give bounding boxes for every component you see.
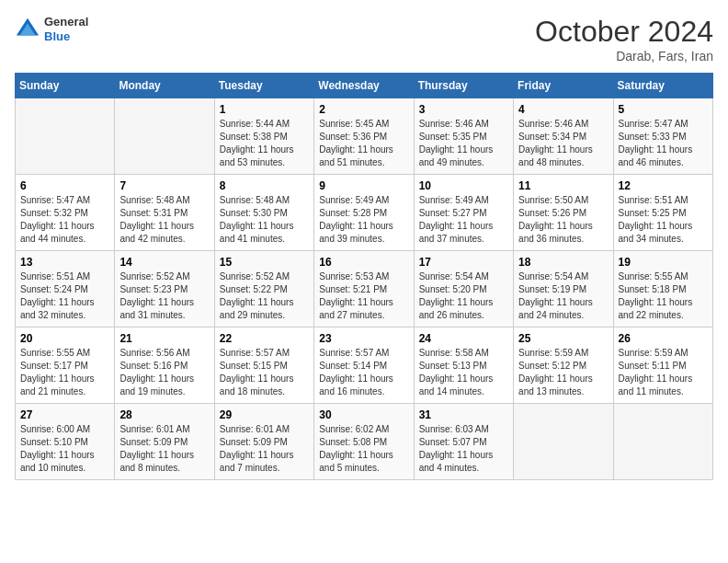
day-info: Sunrise: 5:47 AM Sunset: 5:32 PM Dayligh… (20, 194, 109, 246)
day-info: Sunrise: 6:00 AM Sunset: 5:10 PM Dayligh… (20, 423, 109, 475)
day-cell: 5Sunrise: 5:47 AM Sunset: 5:33 PM Daylig… (613, 98, 712, 175)
header-day-monday: Monday (115, 74, 214, 98)
day-cell: 17Sunrise: 5:54 AM Sunset: 5:20 PM Dayli… (414, 251, 513, 327)
day-cell: 9Sunrise: 5:49 AM Sunset: 5:28 PM Daylig… (314, 175, 414, 251)
day-cell: 31Sunrise: 6:03 AM Sunset: 5:07 PM Dayli… (414, 404, 513, 480)
day-number: 17 (419, 256, 508, 269)
day-info: Sunrise: 5:46 AM Sunset: 5:35 PM Dayligh… (419, 118, 508, 169)
week-row-1: 1Sunrise: 5:44 AM Sunset: 5:38 PM Daylig… (16, 98, 713, 175)
day-number: 27 (20, 408, 109, 421)
day-info: Sunrise: 5:49 AM Sunset: 5:27 PM Dayligh… (419, 194, 508, 246)
day-number: 20 (20, 332, 109, 345)
day-number: 16 (319, 256, 408, 269)
day-number: 2 (319, 103, 408, 116)
day-info: Sunrise: 6:03 AM Sunset: 5:07 PM Dayligh… (419, 423, 508, 475)
day-info: Sunrise: 5:51 AM Sunset: 5:25 PM Dayligh… (619, 194, 708, 246)
day-cell: 11Sunrise: 5:50 AM Sunset: 5:26 PM Dayli… (514, 175, 613, 251)
day-cell (16, 98, 115, 175)
day-number: 11 (518, 179, 608, 192)
day-info: Sunrise: 6:02 AM Sunset: 5:08 PM Dayligh… (319, 423, 408, 475)
day-cell: 7Sunrise: 5:48 AM Sunset: 5:31 PM Daylig… (115, 175, 214, 251)
day-cell (514, 404, 613, 480)
day-number: 9 (319, 179, 408, 192)
calendar-table: SundayMondayTuesdayWednesdayThursdayFrid… (15, 73, 713, 480)
header-day-saturday: Saturday (613, 74, 712, 98)
header-day-tuesday: Tuesday (214, 74, 313, 98)
header-day-sunday: Sunday (16, 74, 115, 98)
day-cell: 13Sunrise: 5:51 AM Sunset: 5:24 PM Dayli… (16, 251, 115, 327)
day-info: Sunrise: 5:54 AM Sunset: 5:20 PM Dayligh… (419, 270, 508, 322)
day-info: Sunrise: 5:48 AM Sunset: 5:31 PM Dayligh… (119, 194, 209, 246)
day-info: Sunrise: 5:57 AM Sunset: 5:14 PM Dayligh… (319, 347, 408, 398)
day-cell: 10Sunrise: 5:49 AM Sunset: 5:27 PM Dayli… (414, 175, 513, 251)
day-info: Sunrise: 5:59 AM Sunset: 5:12 PM Dayligh… (518, 347, 608, 398)
day-info: Sunrise: 5:54 AM Sunset: 5:19 PM Dayligh… (518, 270, 608, 322)
day-cell: 29Sunrise: 6:01 AM Sunset: 5:09 PM Dayli… (214, 404, 313, 480)
day-cell (115, 98, 214, 175)
day-cell: 6Sunrise: 5:47 AM Sunset: 5:32 PM Daylig… (16, 175, 115, 251)
logo: General Blue (15, 15, 88, 43)
day-number: 19 (619, 256, 708, 269)
day-cell: 25Sunrise: 5:59 AM Sunset: 5:12 PM Dayli… (514, 327, 613, 404)
day-info: Sunrise: 5:56 AM Sunset: 5:16 PM Dayligh… (119, 347, 209, 398)
day-info: Sunrise: 6:01 AM Sunset: 5:09 PM Dayligh… (220, 423, 309, 475)
day-info: Sunrise: 6:01 AM Sunset: 5:09 PM Dayligh… (119, 423, 209, 475)
day-cell: 24Sunrise: 5:58 AM Sunset: 5:13 PM Dayli… (414, 327, 513, 404)
header-row: SundayMondayTuesdayWednesdayThursdayFrid… (16, 74, 713, 98)
header-day-wednesday: Wednesday (314, 74, 414, 98)
day-number: 30 (319, 408, 408, 421)
day-number: 22 (220, 332, 309, 345)
day-number: 26 (619, 332, 708, 345)
day-info: Sunrise: 5:53 AM Sunset: 5:21 PM Dayligh… (319, 270, 408, 322)
header-day-thursday: Thursday (414, 74, 513, 98)
day-info: Sunrise: 5:55 AM Sunset: 5:18 PM Dayligh… (619, 270, 708, 322)
day-cell: 27Sunrise: 6:00 AM Sunset: 5:10 PM Dayli… (16, 404, 115, 480)
day-number: 5 (619, 103, 708, 116)
day-info: Sunrise: 5:57 AM Sunset: 5:15 PM Dayligh… (220, 347, 309, 398)
day-info: Sunrise: 5:49 AM Sunset: 5:28 PM Dayligh… (319, 194, 408, 246)
day-info: Sunrise: 5:44 AM Sunset: 5:38 PM Dayligh… (220, 118, 309, 169)
day-number: 29 (220, 408, 309, 421)
day-number: 7 (119, 179, 209, 192)
day-cell: 19Sunrise: 5:55 AM Sunset: 5:18 PM Dayli… (613, 251, 712, 327)
page-container: General Blue October 2024 Darab, Fars, I… (0, 0, 728, 489)
day-number: 24 (419, 332, 508, 345)
day-number: 14 (119, 256, 209, 269)
day-number: 1 (220, 103, 309, 116)
day-info: Sunrise: 5:58 AM Sunset: 5:13 PM Dayligh… (419, 347, 508, 398)
day-cell: 16Sunrise: 5:53 AM Sunset: 5:21 PM Dayli… (314, 251, 414, 327)
day-number: 6 (20, 179, 109, 192)
title-block: October 2024 Darab, Fars, Iran (535, 15, 713, 63)
day-number: 8 (220, 179, 309, 192)
day-cell: 1Sunrise: 5:44 AM Sunset: 5:38 PM Daylig… (214, 98, 313, 175)
subtitle: Darab, Fars, Iran (535, 49, 713, 63)
logo-text: General Blue (44, 15, 88, 43)
day-info: Sunrise: 5:46 AM Sunset: 5:34 PM Dayligh… (518, 118, 608, 169)
day-number: 28 (119, 408, 209, 421)
day-cell: 20Sunrise: 5:55 AM Sunset: 5:17 PM Dayli… (16, 327, 115, 404)
week-row-3: 13Sunrise: 5:51 AM Sunset: 5:24 PM Dayli… (16, 251, 713, 327)
logo-general-text: General (44, 15, 88, 29)
day-number: 31 (419, 408, 508, 421)
day-number: 13 (20, 256, 109, 269)
day-cell: 8Sunrise: 5:48 AM Sunset: 5:30 PM Daylig… (214, 175, 313, 251)
day-cell: 30Sunrise: 6:02 AM Sunset: 5:08 PM Dayli… (314, 404, 414, 480)
header: General Blue October 2024 Darab, Fars, I… (15, 15, 713, 63)
day-cell: 18Sunrise: 5:54 AM Sunset: 5:19 PM Dayli… (514, 251, 613, 327)
day-info: Sunrise: 5:52 AM Sunset: 5:23 PM Dayligh… (119, 270, 209, 322)
day-cell: 26Sunrise: 5:59 AM Sunset: 5:11 PM Dayli… (613, 327, 712, 404)
day-cell: 12Sunrise: 5:51 AM Sunset: 5:25 PM Dayli… (613, 175, 712, 251)
day-number: 12 (619, 179, 708, 192)
day-info: Sunrise: 5:48 AM Sunset: 5:30 PM Dayligh… (220, 194, 309, 246)
day-info: Sunrise: 5:47 AM Sunset: 5:33 PM Dayligh… (619, 118, 708, 169)
day-info: Sunrise: 5:51 AM Sunset: 5:24 PM Dayligh… (20, 270, 109, 322)
header-day-friday: Friday (514, 74, 613, 98)
logo-icon (15, 17, 40, 42)
day-cell: 3Sunrise: 5:46 AM Sunset: 5:35 PM Daylig… (414, 98, 513, 175)
day-number: 18 (518, 256, 608, 269)
day-number: 3 (419, 103, 508, 116)
day-info: Sunrise: 5:59 AM Sunset: 5:11 PM Dayligh… (619, 347, 708, 398)
day-cell: 23Sunrise: 5:57 AM Sunset: 5:14 PM Dayli… (314, 327, 414, 404)
day-info: Sunrise: 5:55 AM Sunset: 5:17 PM Dayligh… (20, 347, 109, 398)
day-cell: 28Sunrise: 6:01 AM Sunset: 5:09 PM Dayli… (115, 404, 214, 480)
